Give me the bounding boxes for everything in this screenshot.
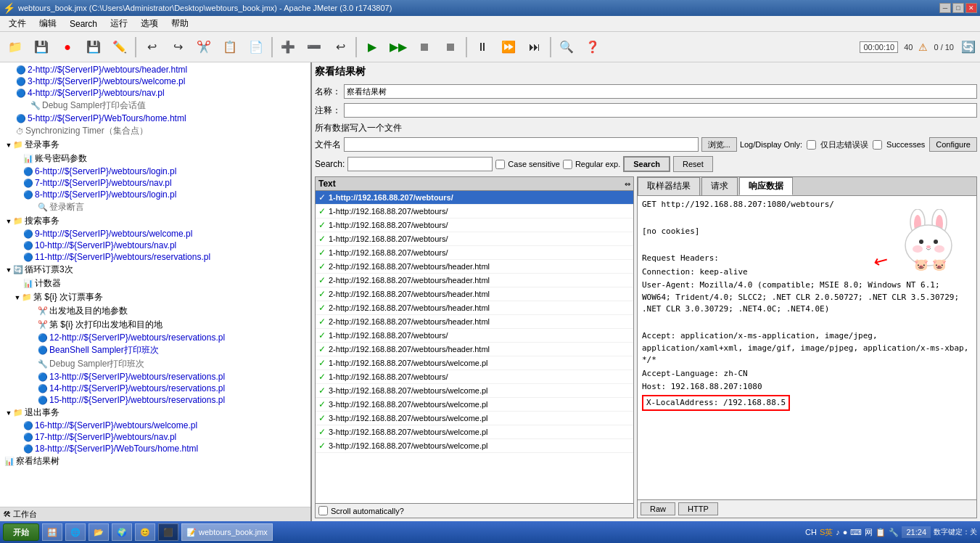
file-input[interactable] — [344, 137, 699, 152]
raw-button[interactable]: Raw — [641, 502, 675, 515]
list-item[interactable]: ✓ 1-http://192.168.88.207/webtours/ — [316, 232, 633, 246]
taskbar-ie-icon[interactable]: 🪟 — [42, 523, 62, 541]
list-item[interactable]: ✓ 1-http://192.168.88.207/webtours/ — [316, 329, 633, 343]
list-item[interactable]: ✓ 2-http://192.168.88.207/webtours/heade… — [316, 343, 633, 356]
result-list[interactable]: ✓ 1-http://192.168.88.207/webtours/ ✓ 1-… — [316, 191, 633, 503]
menu-search[interactable]: Search — [64, 17, 103, 30]
list-item[interactable]: ✓ 1-http://192.168.88.207/webtours/ — [316, 205, 633, 219]
tree-item[interactable]: ▼ 📁 搜索事务 — [1, 214, 309, 228]
tree-item[interactable]: 🔍 登录断言 — [1, 200, 309, 214]
case-sensitive-checkbox[interactable] — [495, 160, 505, 169]
tree-item[interactable]: ✂️ 出发地及目的地参数 — [1, 304, 309, 318]
successes-checkbox[interactable] — [873, 140, 882, 150]
tree-item[interactable]: 🔵 11-http://${ServerIP}/webtours/reserva… — [1, 251, 309, 263]
taskbar-face-icon[interactable]: 😊 — [135, 523, 155, 541]
remove-button[interactable]: ➖ — [302, 35, 326, 60]
tree-item[interactable]: ▼ 📁 登录事务 — [1, 138, 309, 152]
edit-button[interactable]: ✏️ — [107, 35, 132, 60]
list-item[interactable]: ✓ 2-http://192.168.88.207/webtours/heade… — [316, 287, 633, 301]
tree-item[interactable]: 📊 账号密码参数 — [1, 152, 309, 166]
undo-button[interactable]: ↩ — [139, 35, 164, 60]
tree-item[interactable]: ▼ 📁 退出事务 — [1, 406, 309, 420]
tree-item[interactable]: 🔵 9-http://${ServerIP}/webtours/welcome.… — [1, 228, 309, 240]
tree-item[interactable]: 🔵 2-http://${ServerIP}/webtours/header.h… — [1, 64, 309, 75]
refresh-button[interactable]: 🔄 — [960, 38, 977, 56]
http-button[interactable]: HTTP — [678, 502, 718, 515]
save2-button[interactable]: 💾 — [81, 35, 106, 60]
browse-button[interactable]: 浏览... — [701, 137, 737, 152]
tab-response-data[interactable]: 响应数据 — [739, 177, 793, 195]
taskbar-browser2-icon[interactable]: 🌍 — [112, 523, 132, 541]
taskbar-folder-icon[interactable]: 📂 — [88, 523, 109, 541]
tree-item[interactable]: 🔵 10-http://${ServerIP}/webtours/nav.pl — [1, 240, 309, 251]
tree-container[interactable]: 🔵 2-http://${ServerIP}/webtours/header.h… — [0, 62, 310, 507]
tree-item[interactable]: 🔵 18-http://${ServerIP}/WebTours/home.ht… — [1, 443, 309, 454]
play-button[interactable]: ▶ — [360, 35, 384, 60]
maximize-button[interactable]: □ — [952, 3, 964, 13]
menu-run[interactable]: 运行 — [104, 16, 133, 31]
name-input[interactable] — [344, 84, 977, 99]
taskbar-browser1-icon[interactable]: 🌐 — [65, 523, 86, 541]
tree-item[interactable]: 🔵 4-http://${ServerIP}/webtours/nav.pl — [1, 87, 309, 99]
tab-sampler-result[interactable]: 取样器结果 — [638, 177, 700, 195]
menu-options[interactable]: 选项 — [135, 16, 164, 31]
column-resize-icon[interactable]: ⇔ — [625, 180, 630, 188]
tree-item[interactable]: 🔧 Debug Sampler打印会话值 — [1, 99, 309, 113]
start-button[interactable]: 开始 — [3, 523, 39, 541]
list-item[interactable]: ✓ 1-http://192.168.88.207/webtours/ — [316, 370, 633, 384]
tree-item[interactable]: 🔵 13-http://${ServerIP}/webtours/reserva… — [1, 371, 309, 383]
list-item[interactable]: ✓ 2-http://192.168.88.207/webtours/heade… — [316, 315, 633, 329]
tree-item[interactable]: 🔵 14-http://${ServerIP}/webtours/reserva… — [1, 383, 309, 394]
menu-help[interactable]: 帮助 — [165, 16, 194, 31]
tree-item[interactable]: 🔧 Debug Sampler打印班次 — [1, 357, 309, 371]
regular-exp-checkbox[interactable] — [563, 160, 572, 169]
list-item[interactable]: ✓ 2-http://192.168.88.207/webtours/heade… — [316, 301, 633, 315]
tree-item[interactable]: 🔵 3-http://${ServerIP}/webtours/welcome.… — [1, 75, 309, 87]
list-item[interactable]: ✓ 3-http://192.168.88.207/webtours/welco… — [316, 425, 633, 439]
tree-item[interactable]: ✂️ 第 ${i} 次打印出发地和目的地 — [1, 318, 309, 332]
errors-checkbox[interactable] — [807, 140, 816, 150]
search-input[interactable] — [347, 157, 493, 171]
tree-expand-icon[interactable]: ▼ — [4, 141, 13, 150]
help-button[interactable]: ❓ — [580, 35, 605, 60]
tab-request[interactable]: 请求 — [701, 177, 738, 195]
reset-button[interactable]: Reset — [673, 156, 713, 172]
tree-expand-icon[interactable]: ▼ — [4, 217, 13, 226]
copy-button[interactable]: 📋 — [218, 35, 242, 60]
record-button[interactable]: ● — [55, 35, 80, 60]
list-item[interactable]: ✓ 2-http://192.168.88.207/webtours/heade… — [316, 274, 633, 287]
tree-item[interactable]: 🔵 BeanShell Sampler打印班次 — [1, 343, 309, 357]
tree-expand-icon[interactable]: ▼ — [4, 409, 13, 417]
list-item[interactable]: ✓ 1-http://192.168.88.207/webtours/ — [316, 246, 633, 260]
list-item[interactable]: ✓ 1-http://192.168.88.207/webtours/welco… — [316, 356, 633, 370]
stop-button[interactable]: ⏹ — [412, 35, 437, 60]
tree-item[interactable]: 🔵 6-http://${ServerIP}/webtours/login.pl — [1, 166, 309, 177]
paste-button[interactable]: 📄 — [244, 35, 268, 60]
menu-edit[interactable]: 编辑 — [33, 16, 62, 31]
list-item[interactable]: ✓ 3-http://192.168.88.207/webtours/welco… — [316, 439, 633, 453]
list-item[interactable]: ✓ 3-http://192.168.88.207/webtours/welco… — [316, 412, 633, 425]
tree-item[interactable]: 🔵 16-http://${ServerIP}/webtours/welcome… — [1, 420, 309, 431]
tree-item[interactable]: 🔵 15-http://${ServerIP}/webtours/reserva… — [1, 394, 309, 406]
tree-item-listener[interactable]: 📊 察看结果树 — [1, 454, 309, 468]
redo-button[interactable]: ↪ — [165, 35, 190, 60]
tree-item[interactable]: 🔵 7-http://${ServerIP}/webtours/nav.pl — [1, 177, 309, 189]
search-button[interactable]: Search — [623, 156, 670, 172]
stop-all-button[interactable]: ⏹ — [438, 35, 463, 60]
taskbar-jmeter-active-icon[interactable]: 📝 webtours_book.jmx — [181, 523, 273, 541]
tree-item[interactable]: 🔵 12-http://${ServerIP}/webtours/reserva… — [1, 332, 309, 343]
tree-item[interactable]: ▼ 📁 第 ${i} 次订票事务 — [1, 290, 309, 304]
tree-expand-icon[interactable]: ▼ — [13, 293, 22, 302]
save-button[interactable]: 💾 — [29, 35, 54, 60]
pause-button[interactable]: ⏸ — [470, 35, 495, 60]
list-item[interactable]: ✓ 1-http://192.168.88.207/webtours/ — [316, 219, 633, 232]
tree-item[interactable]: ⏱ Synchronizing Timer（集合点） — [1, 124, 309, 138]
tree-item[interactable]: 🔵 17-http://${ServerIP}/webtours/nav.pl — [1, 431, 309, 443]
window-controls[interactable]: ─ □ ✕ — [939, 3, 977, 13]
open-button[interactable]: 📁 — [3, 35, 28, 60]
scroll-auto-checkbox[interactable] — [318, 506, 328, 515]
skip-button[interactable]: ⏩ — [496, 35, 521, 60]
list-item[interactable]: ✓ 3-http://192.168.88.207/webtours/welco… — [316, 384, 633, 398]
list-item[interactable]: ✓ 3-http://192.168.88.207/webtours/welco… — [316, 398, 633, 412]
comment-input[interactable] — [344, 103, 977, 118]
